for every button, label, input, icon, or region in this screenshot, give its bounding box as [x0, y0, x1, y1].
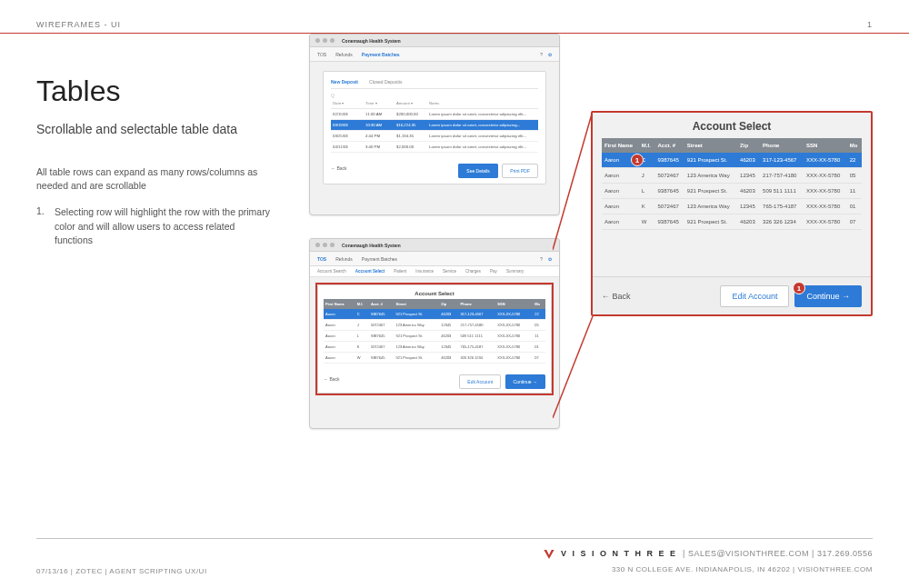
tab-new-deposit[interactable]: New Deposit	[331, 79, 358, 85]
page-number: 1	[867, 20, 873, 29]
subtab[interactable]: Account Select	[355, 269, 385, 274]
table-row[interactable]: AaronK5072467123 America Way12345765-175…	[602, 199, 862, 214]
brand-logo-icon	[543, 548, 555, 561]
col-header[interactable]: First Name	[602, 138, 639, 153]
edit-account-button[interactable]: Edit Account	[459, 374, 501, 389]
annotation-dot-1b: 1	[793, 282, 805, 294]
subtab[interactable]: Pay	[490, 269, 497, 274]
account-table: First NameM.I.Acct. #StreetZipPhoneSSNMo…	[602, 138, 862, 230]
gear-icon[interactable]: ✿	[548, 256, 552, 262]
deposit-row[interactable]: 03/19/0310:30 AM$16,224.35Lorem ipsum do…	[331, 120, 538, 131]
header-left: WIREFRAMES - UI	[36, 20, 121, 29]
col-header[interactable]: SSN	[495, 299, 533, 309]
bullet-text: Selecting row will highlight the row wit…	[55, 205, 273, 247]
account-select-title: Account Select	[324, 291, 545, 296]
tab-closed-deposits[interactable]: Closed Deposits	[369, 79, 402, 85]
table-row[interactable]: AaronJ5072467123 America Way12345217-757…	[324, 320, 545, 331]
subtab[interactable]: Summary	[506, 269, 524, 274]
col-header[interactable]: Mo	[533, 299, 545, 309]
deposit-card: New Deposit Closed Deposits Q Date ▾Time…	[323, 71, 546, 184]
col-header[interactable]: SSN	[804, 138, 847, 153]
table-row[interactable]: AaronJ5072467123 America Way12345217-757…	[602, 168, 862, 184]
deposit-row[interactable]: 04/11/033:40 PM$2,000.00Lorem ipsum dolo…	[331, 142, 538, 153]
table-row[interactable]: AaronW9387645921 Prospect St.46203326 32…	[324, 353, 545, 364]
mock-window-account-select: Conemaugh Health System TOS Refunds Paym…	[309, 238, 560, 429]
footer-left: 07/13/16 | ZOTEC | AGENT SCRIPTING UX/UI	[36, 567, 207, 575]
subtitle: Scrollable and selectable table data	[36, 121, 264, 138]
deposit-row[interactable]: 03/25/034:44 PM$1,194.35Lorem ipsum dolo…	[331, 131, 538, 142]
col-header[interactable]: First Name	[324, 299, 355, 309]
continue-button[interactable]: Continue →	[505, 374, 545, 389]
gear-icon[interactable]: ✿	[548, 52, 552, 57]
callout-account-select: Account Select First NameM.I.Acct. #Stre…	[591, 111, 873, 316]
traffic-lights	[315, 38, 335, 43]
col-header[interactable]: Phone	[760, 138, 804, 153]
deposit-row[interactable]: 02/15/0311:00 AM$200,000.00Lorem ipsum d…	[331, 109, 538, 120]
col-header[interactable]: Acct. #	[369, 299, 395, 309]
col-header[interactable]: Phone	[459, 299, 496, 309]
bullet-number: 1.	[36, 205, 45, 247]
subtab[interactable]: Patient	[394, 269, 406, 274]
window-titlebar: Conemaugh Health System	[310, 35, 559, 47]
page-footer: 07/13/16 | ZOTEC | AGENT SCRIPTING UX/UI…	[36, 538, 873, 588]
table-row[interactable]: AaronL9387645921 Prospect St.46203509 51…	[324, 331, 545, 342]
col-header[interactable]: Mo	[847, 138, 862, 153]
table-row[interactable]: AaronK5072467123 America Way12345765-175…	[324, 342, 545, 353]
back-link[interactable]: ← Back	[324, 376, 340, 382]
subtab[interactable]: Charges	[465, 269, 481, 274]
brand: V I S I O N T H R E E | SALES@VISIONTHRE…	[543, 548, 873, 561]
back-link[interactable]: ← Back	[331, 165, 347, 171]
main-tabs: TOS Refunds Payment Batches ? ✿	[310, 47, 559, 62]
callout-title: Account Select	[602, 120, 862, 133]
col-header[interactable]: M.I.	[355, 299, 369, 309]
deposit-table-header: Date ▾Time ▾Amount ▾Notes	[331, 98, 538, 109]
help-icon[interactable]: ?	[540, 52, 543, 57]
col-header[interactable]: Zip	[439, 299, 458, 309]
tab-tos[interactable]: TOS	[317, 52, 326, 57]
tab-refunds[interactable]: Refunds	[335, 52, 353, 57]
subtab[interactable]: Service	[443, 269, 456, 274]
subtab[interactable]: Account Search	[317, 269, 346, 274]
sub-tabs: Account SearchAccount SelectPatientInsur…	[310, 266, 559, 277]
col-header[interactable]: Acct. #	[654, 138, 684, 153]
page-header: WIREFRAMES - UI 1	[0, 0, 909, 34]
tab-payment-batches[interactable]: Payment Batches	[362, 52, 400, 57]
annotation-dot-1: 1	[631, 154, 644, 166]
table-row[interactable]: AaronL9387645921 Prospect St.46203509 51…	[602, 184, 862, 199]
subtab[interactable]: Insurance	[415, 269, 434, 274]
edit-account-button[interactable]: Edit Account	[720, 285, 789, 307]
help-icon[interactable]: ?	[540, 256, 543, 262]
table-row[interactable]: AaronW9387645921 Prospect St.46203326 32…	[602, 214, 862, 230]
col-header[interactable]: Street	[395, 299, 440, 309]
see-details-button[interactable]: See Details	[458, 164, 498, 178]
body-text: All table rows can expand as many rows/c…	[36, 165, 273, 193]
mock-window-payment-batches: Conemaugh Health System TOS Refunds Paym…	[309, 34, 560, 215]
col-header[interactable]: Street	[684, 138, 737, 153]
bullet-item: 1. Selecting row will highlight the row …	[36, 205, 273, 247]
table-row[interactable]: AaronC9387645921 Prospect St.46203317-12…	[324, 309, 545, 320]
print-pdf-button[interactable]: Print PDF	[502, 164, 538, 178]
footer-address: 330 N COLLEGE AVE. INDIANAPOLIS, IN 4620…	[543, 564, 873, 575]
col-header[interactable]: Zip	[737, 138, 760, 153]
back-button[interactable]: ← Back	[602, 292, 631, 301]
col-header[interactable]: M.I.	[639, 138, 655, 153]
app-title: Conemaugh Health System	[342, 38, 401, 44]
